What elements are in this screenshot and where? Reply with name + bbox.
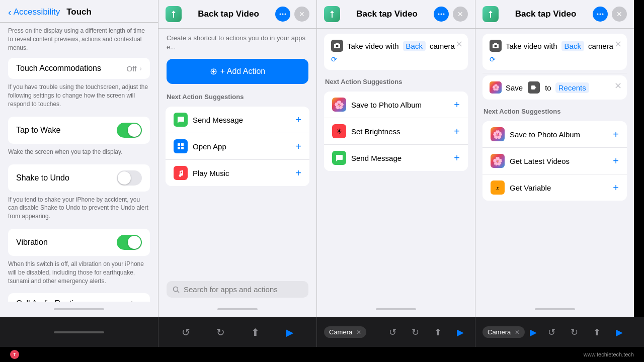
vibration-toggle[interactable]	[117, 235, 142, 250]
footer: T www.techietech.tech	[0, 347, 644, 362]
suggestion-plus-2[interactable]: +	[295, 167, 301, 179]
svg-point-17	[602, 14, 604, 15]
call-audio-group: Call Audio Routing Automatic ›	[8, 293, 150, 302]
search-icon	[173, 286, 180, 293]
nav-play-btn[interactable]: ▶	[282, 322, 297, 342]
nav-back-btn[interactable]: ↺	[178, 322, 194, 342]
svg-point-19	[495, 45, 497, 47]
action-p4-text-1: Take video with	[506, 42, 557, 50]
nav-forward-btn[interactable]: ↻	[212, 322, 229, 342]
panel2-close-btn[interactable]: ✕	[294, 7, 309, 22]
panel2-bottom-nav: ↺ ↻ ⬆ ▶	[158, 317, 317, 347]
suggestion-label-1: Open App	[193, 142, 226, 151]
music-icon	[174, 166, 188, 180]
suggestion-p4-latest-videos[interactable]: 🌸 Get Latest Videos +	[482, 148, 627, 174]
touch-accommodations-item[interactable]: Touch Accommodations Off ›	[8, 58, 150, 79]
nav-play-btn-3[interactable]: ▶	[453, 323, 468, 342]
action-text-blue-1[interactable]: Back	[403, 41, 426, 51]
action-p4-save: Save	[506, 83, 523, 92]
tap-wake-toggle[interactable]	[117, 123, 142, 138]
suggestion-p4-get-variable[interactable]: 𝑥 Get Variable +	[482, 174, 627, 201]
action-p4-arrow-1: ⟳	[490, 55, 496, 63]
sugg4-left-2: 𝑥 Get Variable	[491, 180, 551, 195]
suggestion-plus-0[interactable]: +	[295, 114, 301, 126]
nav-play-btn-4[interactable]: ▶	[612, 323, 627, 342]
action-p4-blue-1[interactable]: Back	[561, 41, 584, 51]
action-p4-recents[interactable]: Recents	[555, 82, 589, 93]
back-button[interactable]: ‹ Accessibility	[8, 7, 60, 17]
suggestion-play-music[interactable]: Play Music +	[166, 160, 309, 186]
touch-accommodations-group: Touch Accommodations Off ›	[8, 58, 150, 79]
camera-tab-x-1[interactable]: ✕	[356, 329, 361, 336]
search-input[interactable]	[184, 285, 302, 294]
nav-forward-btn-4[interactable]: ↻	[567, 323, 582, 342]
nav-share-btn-4[interactable]: ⬆	[589, 323, 605, 342]
sugg3-plus-2[interactable]: +	[454, 152, 460, 164]
shortcuts-icon-2	[324, 6, 340, 22]
action-p4-row-1b: ⟳	[490, 55, 620, 64]
messages-icon-2	[332, 151, 346, 165]
brand-logo: T	[10, 350, 19, 359]
suggestion-plus-1[interactable]: +	[295, 141, 301, 152]
tap-wake-label: Tap to Wake	[16, 126, 60, 135]
action-separator	[482, 73, 627, 73]
back-label: Accessibility	[14, 7, 60, 17]
sugg3-plus-1[interactable]: +	[454, 126, 460, 137]
action-p4-row-1: Take video with Back camera ✕	[490, 40, 620, 52]
panel4-bottom: Camera ✕ ▶ ↺ ↻ ⬆ ▶	[475, 317, 634, 347]
tap-wake-group: Tap to Wake	[8, 117, 150, 144]
camera-tab-x-2[interactable]: ✕	[515, 329, 520, 336]
shortcuts-panel-two-actions: Back tap Video ✕	[475, 0, 634, 317]
panel4-header: Back tap Video ✕	[475, 0, 634, 29]
sugg4-plus-0[interactable]: +	[613, 129, 619, 140]
sugg4-plus-1[interactable]: +	[613, 155, 619, 167]
search-bar[interactable]	[167, 281, 308, 298]
tap-wake-item: Tap to Wake	[8, 117, 150, 144]
touch-accommodations-right: Off ›	[127, 64, 142, 73]
action-p4-text-2: camera	[588, 42, 613, 50]
panel4-settings-btn[interactable]	[593, 7, 608, 22]
vibration-desc: When this switch is off, all vibration o…	[0, 260, 158, 289]
nav-share-btn[interactable]: ⬆	[247, 322, 264, 342]
suggestion-left-1: Send Message	[174, 113, 243, 127]
panel2-settings-btn[interactable]	[275, 7, 290, 22]
panel3-settings-btn[interactable]	[434, 7, 449, 22]
camera-tab-2[interactable]: Camera ✕	[482, 326, 525, 338]
action-remove-p4-1[interactable]: ✕	[614, 39, 622, 50]
touch-accommodations-label: Touch Accommodations	[16, 64, 101, 73]
vibration-knob	[128, 236, 141, 249]
panel4-scroll: Take video with Back camera ✕ ⟳ 🌸 Save	[475, 29, 634, 302]
panel2-scroll: Next Action Suggestions Send Message +	[158, 88, 316, 277]
video-icon-small	[528, 81, 540, 94]
suggestion-send-message-2[interactable]: Send Message +	[324, 145, 468, 171]
suggestion-send-message[interactable]: Send Message +	[166, 107, 309, 133]
svg-point-7	[174, 287, 178, 291]
nav-forward-btn-3[interactable]: ↻	[408, 323, 423, 342]
sugg3-left-2: Send Message	[332, 151, 401, 165]
panel1-desc: Press on the display using a different l…	[0, 23, 158, 54]
panel3-close-btn[interactable]: ✕	[453, 7, 468, 22]
suggestion-set-brightness[interactable]: ☀ Set Brightness +	[324, 118, 468, 145]
shake-undo-label: Shake to Undo	[16, 173, 69, 183]
action-remove-p4-2[interactable]: ✕	[614, 80, 622, 92]
suggestion-p4-save-photo[interactable]: 🌸 Save to Photo Album +	[482, 121, 627, 148]
call-audio-item[interactable]: Call Audio Routing Automatic ›	[8, 293, 150, 302]
sugg4-plus-2[interactable]: +	[613, 182, 619, 194]
camera-tab-1[interactable]: Camera ✕	[324, 326, 366, 338]
suggestion-save-photo[interactable]: 🌸 Save to Photo Album +	[324, 92, 468, 118]
shake-undo-toggle[interactable]	[117, 170, 142, 186]
photos-icon-small: 🌸	[490, 81, 502, 94]
sugg3-label-0: Save to Photo Album	[351, 101, 422, 109]
suggestion-label-2: Play Music	[193, 169, 229, 177]
add-action-button[interactable]: ⊕ + Add Action	[167, 59, 308, 84]
nav-share-btn-3[interactable]: ⬆	[430, 323, 446, 342]
suggestion-open-app[interactable]: Open App +	[166, 133, 309, 160]
action-text-1: Take video with	[347, 42, 399, 50]
action-remove-1[interactable]: ✕	[455, 39, 463, 50]
nav-back-btn-4[interactable]: ↺	[544, 323, 559, 342]
panel4-close-btn[interactable]: ✕	[612, 7, 627, 22]
nav-play-active-btn[interactable]: ▶	[530, 327, 537, 338]
sugg3-plus-0[interactable]: +	[454, 99, 460, 111]
nav-back-btn-3[interactable]: ↺	[385, 323, 400, 342]
svg-rect-14	[336, 43, 339, 44]
